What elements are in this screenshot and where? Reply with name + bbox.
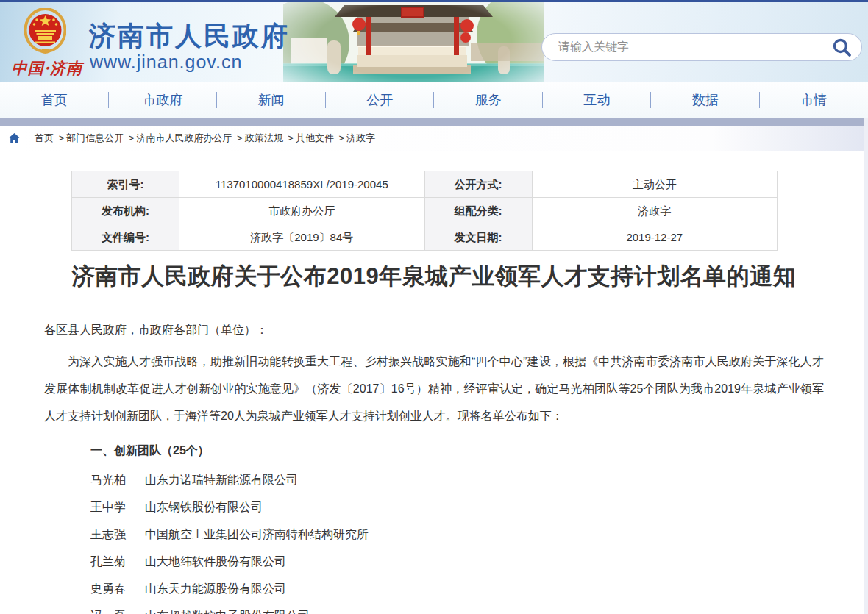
breadcrumb-item[interactable]: 其他文件 bbox=[296, 132, 334, 143]
salutation: 各区县人民政府，市政府各部门（单位）： bbox=[44, 316, 824, 343]
body-paragraph: 为深入实施人才强市战略，助推新旧动能转换重大工程、乡村振兴战略实施和“四个中心”… bbox=[44, 348, 824, 429]
search-button[interactable] bbox=[832, 38, 852, 57]
breadcrumb-item[interactable]: 济南市人民政府办公厅 bbox=[136, 132, 232, 143]
meta-label: 组配分类: bbox=[425, 198, 532, 224]
site-search bbox=[541, 33, 862, 61]
nav-bottom-strip bbox=[0, 118, 868, 126]
nav-item[interactable]: 数据 bbox=[692, 91, 719, 109]
main-nav: 首页 市政府 新闻 公开 服务 互动 数据 bbox=[0, 82, 868, 118]
page: 中国·济南 济南市人民政府 www.jinan.gov.cn 首页 bbox=[0, 0, 868, 614]
breadcrumb-separator: > bbox=[237, 132, 243, 143]
site-brand: 中国·济南 济南市人民政府 www.jinan.gov.cn bbox=[0, 2, 309, 82]
brand-caption: 中国·济南 bbox=[6, 58, 88, 79]
breadcrumb-item[interactable]: 济政字 bbox=[346, 132, 375, 143]
team-organization: 山东钢铁股份有限公司 bbox=[145, 501, 263, 513]
breadcrumb-trail: 首页 >部门信息公开 >济南市人民政府办公厅 >政策法规 >其他文件 >济政字 bbox=[30, 132, 375, 145]
section-heading-innovation-teams: 一、创新团队（25个） bbox=[44, 437, 824, 464]
team-row: 马光柏山东力诺瑞特新能源有限公司 bbox=[44, 466, 824, 493]
meta-value: 1137010000418859XL/2019-20045 bbox=[179, 171, 424, 197]
breadcrumb: 首页 >部门信息公开 >济南市人民政府办公厅 >政策法规 >其他文件 >济政字 bbox=[0, 126, 868, 151]
meta-value: 2019-12-27 bbox=[533, 224, 778, 250]
nav-item[interactable]: 市情 bbox=[800, 91, 827, 109]
meta-value: 主动公开 bbox=[533, 171, 778, 197]
meta-value: 济政字 bbox=[533, 198, 778, 224]
document-title: 济南市人民政府关于公布2019年泉城产业领军人才支持计划名单的通知 bbox=[44, 261, 824, 292]
team-organization: 中国航空工业集团公司济南特种结构研究所 bbox=[145, 528, 369, 540]
team-organization: 山东天力能源股份有限公司 bbox=[145, 582, 286, 595]
breadcrumb-item[interactable]: 部门信息公开 bbox=[66, 132, 124, 143]
meta-label: 公开方式: bbox=[425, 171, 532, 197]
search-icon bbox=[832, 49, 852, 60]
breadcrumb-separator: > bbox=[129, 132, 135, 143]
breadcrumb-separator: > bbox=[288, 132, 294, 143]
meta-label: 文件编号: bbox=[72, 224, 179, 250]
breadcrumb-item[interactable]: 政策法规 bbox=[245, 132, 283, 143]
team-organization: 山东超越数控电子股份有限公司 bbox=[145, 610, 310, 614]
nav-item[interactable]: 首页 bbox=[41, 91, 68, 109]
site-url: www.jinan.gov.cn bbox=[90, 51, 242, 73]
nav-item[interactable]: 市政府 bbox=[143, 91, 182, 109]
nav-slot: 公开 bbox=[326, 82, 435, 118]
meta-label: 发文日期: bbox=[425, 224, 532, 250]
team-row: 王中学山东钢铁股份有限公司 bbox=[44, 493, 824, 521]
nav-slot: 新闻 bbox=[217, 82, 326, 118]
national-emblem-icon bbox=[24, 8, 66, 57]
meta-value: 济政字〔2019〕84号 bbox=[179, 224, 424, 250]
team-row: 王志强中国航空工业集团公司济南特种结构研究所 bbox=[44, 521, 824, 548]
team-leader-name: 冯 磊 bbox=[90, 602, 126, 614]
team-leader-name: 王志强 bbox=[90, 521, 126, 548]
nav-item[interactable]: 公开 bbox=[366, 91, 393, 109]
innovation-team-list: 马光柏山东力诺瑞特新能源有限公司 王中学山东钢铁股份有限公司 王志强中国航空工业… bbox=[44, 466, 824, 614]
nav-item[interactable]: 服务 bbox=[475, 91, 502, 109]
document-meta-table: 索引号: 1137010000418859XL/2019-20045 公开方式:… bbox=[71, 171, 778, 251]
team-organization: 山大地纬软件股份有限公司 bbox=[145, 555, 286, 568]
nav-slot: 市政府 bbox=[109, 82, 218, 118]
meta-label: 发布机构: bbox=[72, 198, 179, 224]
document-area: 索引号: 1137010000418859XL/2019-20045 公开方式:… bbox=[0, 151, 868, 614]
site-title: 济南市人民政府 bbox=[89, 18, 290, 54]
team-leader-name: 孔兰菊 bbox=[90, 548, 126, 575]
team-organization: 山东力诺瑞特新能源有限公司 bbox=[145, 474, 298, 486]
team-leader-name: 马光柏 bbox=[90, 466, 126, 493]
nav-item[interactable]: 互动 bbox=[583, 91, 610, 109]
nav-slot: 数据 bbox=[651, 82, 760, 118]
team-leader-name: 史勇春 bbox=[90, 575, 126, 602]
team-row: 史勇春山东天力能源股份有限公司 bbox=[44, 575, 824, 602]
meta-value: 市政府办公厅 bbox=[179, 198, 424, 224]
meta-label: 索引号: bbox=[72, 171, 179, 197]
breadcrumb-separator: > bbox=[339, 132, 345, 143]
search-input[interactable] bbox=[541, 33, 862, 61]
title-divider bbox=[44, 304, 824, 304]
nav-item[interactable]: 新闻 bbox=[258, 91, 285, 109]
site-header: 中国·济南 济南市人民政府 www.jinan.gov.cn bbox=[0, 2, 868, 82]
breadcrumb-separator: > bbox=[59, 132, 65, 143]
team-row: 冯 磊山东超越数控电子股份有限公司 bbox=[44, 602, 824, 614]
breadcrumb-item[interactable]: 首页 bbox=[35, 132, 54, 143]
nav-slot: 市情 bbox=[760, 82, 868, 118]
nav-slot: 服务 bbox=[434, 82, 543, 118]
nav-slot: 首页 bbox=[0, 82, 109, 118]
nav-slot: 互动 bbox=[543, 82, 652, 118]
team-leader-name: 王中学 bbox=[90, 493, 126, 521]
home-icon[interactable] bbox=[9, 133, 20, 143]
team-row: 孔兰菊山大地纬软件股份有限公司 bbox=[44, 548, 824, 575]
scrollbar-track[interactable] bbox=[864, 118, 868, 614]
header-pavilion-photo bbox=[283, 2, 544, 82]
